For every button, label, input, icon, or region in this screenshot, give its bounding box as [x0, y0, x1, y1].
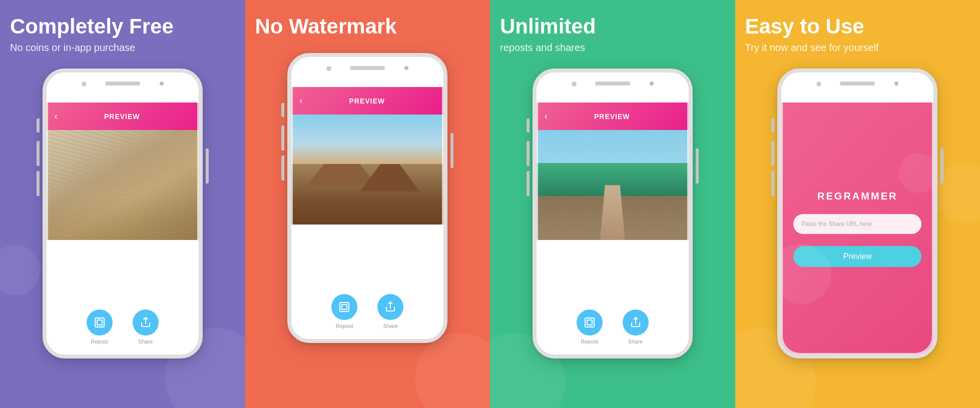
- phone-4: REGRAMMER Paste the Share URL here Previ…: [777, 68, 937, 358]
- panel-no-watermark: No Watermark ‹ PREVIEW: [245, 0, 491, 408]
- regrammer-title: REGRAMMER: [817, 190, 897, 202]
- back-icon-3: ‹: [545, 111, 548, 122]
- phone-2: ‹ PREVIEW: [287, 53, 447, 343]
- repost-button-3[interactable]: Repost: [577, 310, 603, 344]
- back-icon-1: ‹: [55, 111, 58, 122]
- back-icon-2: ‹: [299, 96, 302, 106]
- phone-3: ‹ PREVIEW: [533, 68, 693, 358]
- screen-title-2: PREVIEW: [308, 97, 425, 105]
- screen-title-1: PREVIEW: [64, 112, 181, 120]
- svg-rect-7: [587, 320, 592, 325]
- svg-rect-6: [585, 318, 594, 327]
- panel-3-subtitle: reposts and shares: [500, 42, 725, 54]
- panel-1-subtitle: No coins or in-app purchase: [10, 42, 235, 54]
- svg-rect-3: [340, 302, 349, 312]
- phone-1: ‹ PREVIEW: [43, 68, 203, 358]
- panel-1-title: Completely Free: [10, 15, 235, 38]
- panel-completely-free: Completely Free No coins or in-app purch…: [0, 0, 245, 408]
- regrammer-placeholder: Paste the Share URL here: [801, 220, 871, 228]
- panel-2-title: No Watermark: [255, 15, 480, 38]
- repost-button-1[interactable]: Repost: [87, 310, 113, 344]
- screen-title-3: PREVIEW: [554, 112, 671, 120]
- panel-4-title: Easy to Use: [745, 15, 970, 38]
- share-button-3[interactable]: Share: [623, 310, 649, 344]
- svg-rect-1: [97, 320, 102, 325]
- panel-easy-to-use: Easy to Use Try it now and see for yours…: [735, 0, 981, 408]
- repost-button-2[interactable]: Repost: [331, 294, 357, 329]
- panel-unlimited: Unlimited reposts and shares ‹ PREVIEW: [490, 0, 735, 408]
- panel-3-title: Unlimited: [500, 15, 725, 38]
- share-button-1[interactable]: Share: [133, 310, 159, 344]
- panel-4-subtitle: Try it now and see for yourself: [745, 42, 970, 54]
- regrammer-button-label: Preview: [843, 252, 872, 261]
- svg-rect-0: [95, 318, 104, 327]
- regrammer-url-input[interactable]: Paste the Share URL here: [793, 214, 921, 234]
- svg-rect-4: [342, 304, 347, 310]
- share-button-2[interactable]: Share: [377, 294, 403, 329]
